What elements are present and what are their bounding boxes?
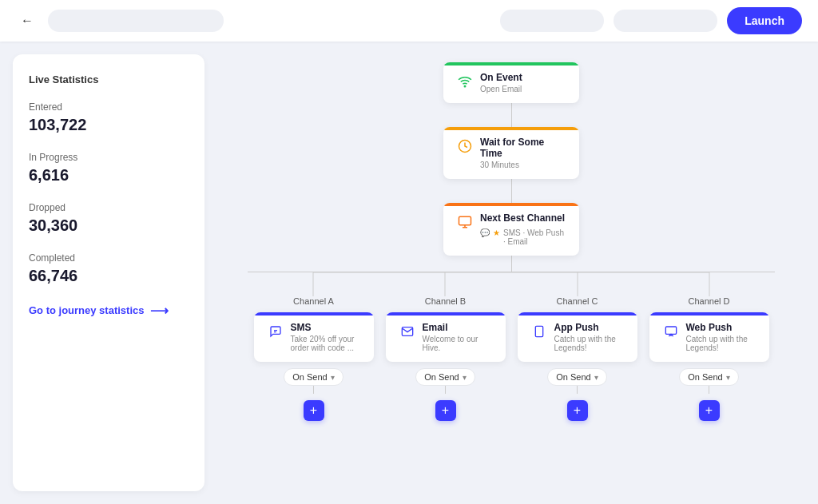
web-push-plus-button[interactable]: +	[699, 400, 720, 421]
nbc-subtitle: SMS · Web Push · Email	[503, 228, 566, 246]
header-input-1[interactable]	[500, 10, 604, 32]
email-node[interactable]: Email Welcome to our Hive.	[386, 312, 506, 362]
nbc-channel-icons: 💬 ★ SMS · Web Push · Email	[480, 228, 566, 246]
web-push-node[interactable]: Web Push Catch up with the Legends!	[649, 312, 769, 362]
app-push-on-send-label: On Send	[556, 372, 590, 382]
sms-title: SMS	[291, 322, 361, 333]
channel-labels-row: Channel A Channel B Channel C Channel D	[248, 296, 775, 306]
flow-diagram: On Event Open Email W	[217, 54, 805, 421]
connector-2	[511, 179, 512, 203]
wait-subtitle: 30 Minutes	[480, 161, 566, 169]
app-push-title: App Push	[554, 322, 625, 333]
web-push-on-send[interactable]: On Send ▾	[679, 368, 738, 386]
wait-node[interactable]: Wait for Some Time 30 Minutes	[443, 127, 579, 179]
app-push-plus-button[interactable]: +	[567, 400, 588, 421]
nbc-title: Next Best Channel	[480, 212, 566, 224]
sms-connector	[313, 386, 314, 394]
main-content: Live Statistics Entered 103,722 In Progr…	[0, 42, 818, 504]
sms-icon	[267, 323, 284, 340]
header: ← Launch	[0, 0, 818, 42]
channel-c-label: Channel C	[511, 296, 643, 306]
web-push-title: Web Push	[686, 322, 756, 333]
go-to-stats-arrow: ⟶	[150, 303, 169, 318]
stat-in-progress: In Progress 6,616	[29, 152, 189, 185]
nbc-star-icon: ★	[493, 228, 500, 246]
nbc-node[interactable]: Next Best Channel 💬 ★ SMS · Web Push · E…	[443, 203, 579, 256]
on-event-node[interactable]: On Event Open Email	[443, 62, 579, 103]
stat-completed: Completed 66,746	[29, 252, 189, 285]
header-title	[48, 10, 224, 32]
connector-1	[511, 103, 512, 127]
wait-title: Wait for Some Time	[480, 137, 566, 159]
stat-in-progress-value: 6,616	[29, 166, 189, 185]
go-to-stats-link[interactable]: Go to journey statistics ⟶	[29, 303, 189, 318]
stat-entered-value: 103,722	[29, 116, 189, 134]
app-push-node[interactable]: App Push Catch up with the Legends!	[518, 312, 637, 362]
email-chevron-icon: ▾	[463, 373, 467, 382]
h-branch-line	[248, 272, 775, 272]
branch-svg	[248, 272, 775, 296]
email-icon	[399, 323, 416, 340]
email-title: Email	[423, 322, 493, 333]
sms-on-send-label: On Send	[292, 372, 327, 382]
svg-point-0	[464, 85, 466, 87]
stat-dropped-value: 30,360	[29, 216, 189, 235]
web-push-connector	[709, 386, 709, 394]
header-input-2[interactable]	[614, 10, 717, 32]
email-subtitle: Welcome to our Hive.	[423, 335, 493, 352]
web-push-subtitle: Catch up with the Legends!	[686, 335, 756, 352]
app-push-chevron-icon: ▾	[594, 373, 598, 382]
connector-3	[511, 256, 512, 272]
on-event-icon	[456, 73, 474, 90]
app-push-subtitle: Catch up with the Legends!	[554, 335, 625, 352]
stat-completed-value: 66,746	[29, 267, 189, 285]
nbc-sms-icon: 💬	[480, 228, 490, 246]
stat-dropped: Dropped 30,360	[29, 202, 189, 235]
email-on-send[interactable]: On Send ▾	[415, 368, 475, 386]
stat-completed-label: Completed	[29, 252, 189, 264]
app-push-on-send[interactable]: On Send ▾	[547, 368, 606, 386]
email-on-send-label: On Send	[424, 372, 459, 382]
channel-d-col: Web Push Catch up with the Legends! On S…	[643, 312, 775, 421]
web-push-on-send-label: On Send	[688, 372, 722, 382]
back-icon: ←	[21, 14, 34, 28]
sidebar: Live Statistics Entered 103,722 In Progr…	[13, 54, 204, 491]
flow-canvas: On Event Open Email W	[204, 42, 818, 504]
app-push-connector	[577, 386, 578, 394]
web-push-icon	[662, 323, 680, 340]
sms-subtitle: Take 20% off your order with code ...	[291, 335, 361, 352]
on-event-subtitle: Open Email	[480, 85, 522, 93]
sidebar-title: Live Statistics	[29, 73, 189, 85]
channel-b-label: Channel B	[379, 296, 511, 306]
web-push-chevron-icon: ▾	[726, 373, 730, 382]
sms-chevron-icon: ▾	[331, 373, 335, 382]
nbc-icon	[456, 213, 474, 231]
branch-section: Channel A Channel B Channel C Channel D	[217, 256, 805, 421]
app-push-icon	[530, 323, 548, 340]
stat-entered-label: Entered	[29, 101, 189, 113]
sms-on-send[interactable]: On Send ▾	[284, 368, 343, 386]
stat-dropped-label: Dropped	[29, 202, 189, 213]
channel-nodes-row: SMS Take 20% off your order with code ..…	[248, 312, 775, 421]
svg-rect-2	[459, 216, 471, 225]
stat-in-progress-label: In Progress	[29, 152, 189, 163]
go-to-stats-label: Go to journey statistics	[29, 304, 144, 316]
back-button[interactable]: ←	[16, 10, 38, 32]
svg-rect-14	[665, 327, 676, 334]
channel-b-col: Email Welcome to our Hive. On Send ▾ +	[379, 312, 511, 421]
on-event-title: On Event	[480, 72, 522, 83]
channel-d-label: Channel D	[643, 296, 775, 306]
email-plus-button[interactable]: +	[435, 400, 456, 421]
sms-plus-button[interactable]: +	[304, 400, 324, 421]
stat-entered: Entered 103,722	[29, 101, 189, 134]
sms-node[interactable]: SMS Take 20% off your order with code ..…	[254, 312, 374, 362]
wait-icon	[456, 137, 474, 155]
channel-a-col: SMS Take 20% off your order with code ..…	[248, 312, 379, 421]
channel-c-col: App Push Catch up with the Legends! On S…	[511, 312, 643, 421]
channel-a-label: Channel A	[248, 296, 379, 306]
launch-button[interactable]: Launch	[727, 7, 802, 34]
email-connector	[445, 386, 446, 394]
